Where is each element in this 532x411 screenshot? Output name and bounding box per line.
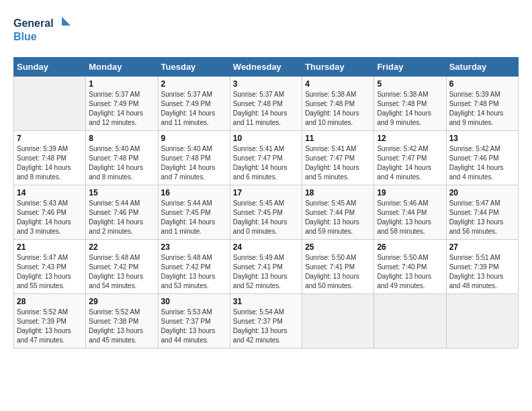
day-number: 6: [449, 79, 515, 89]
day-cell: 5Sunrise: 5:38 AMSunset: 7:48 PMDaylight…: [374, 77, 446, 131]
day-cell: 17Sunrise: 5:45 AMSunset: 7:45 PMDayligh…: [230, 185, 302, 240]
day-cell: 18Sunrise: 5:45 AMSunset: 7:44 PMDayligh…: [302, 185, 374, 240]
day-cell: [302, 294, 374, 349]
day-cell: 19Sunrise: 5:46 AMSunset: 7:44 PMDayligh…: [374, 185, 446, 240]
day-cell: 14Sunrise: 5:43 AMSunset: 7:46 PMDayligh…: [14, 185, 86, 240]
day-number: 22: [89, 242, 154, 252]
svg-text:Blue: Blue: [13, 31, 37, 42]
day-info: Sunrise: 5:48 AMSunset: 7:42 PMDaylight:…: [161, 253, 227, 291]
day-cell: 22Sunrise: 5:48 AMSunset: 7:42 PMDayligh…: [86, 240, 158, 294]
day-cell: 23Sunrise: 5:48 AMSunset: 7:42 PMDayligh…: [158, 240, 230, 294]
day-info: Sunrise: 5:54 AMSunset: 7:37 PMDaylight:…: [233, 308, 299, 345]
day-info: Sunrise: 5:39 AMSunset: 7:48 PMDaylight:…: [17, 144, 83, 182]
svg-marker-1: [62, 17, 71, 26]
day-info: Sunrise: 5:47 AMSunset: 7:43 PMDaylight:…: [17, 253, 83, 291]
day-cell: [374, 294, 446, 349]
day-info: Sunrise: 5:47 AMSunset: 7:44 PMDaylight:…: [449, 199, 515, 236]
day-cell: [14, 77, 86, 131]
header: General Blue: [13, 13, 519, 50]
day-info: Sunrise: 5:51 AMSunset: 7:39 PMDaylight:…: [449, 253, 515, 291]
day-info: Sunrise: 5:39 AMSunset: 7:48 PMDaylight:…: [449, 90, 515, 128]
day-number: 11: [305, 134, 371, 143]
day-number: 17: [233, 188, 299, 197]
day-info: Sunrise: 5:42 AMSunset: 7:46 PMDaylight:…: [449, 144, 515, 182]
day-number: 25: [305, 242, 371, 252]
day-header-tuesday: Tuesday: [158, 58, 230, 77]
day-info: Sunrise: 5:44 AMSunset: 7:45 PMDaylight:…: [161, 199, 227, 236]
day-cell: 13Sunrise: 5:42 AMSunset: 7:46 PMDayligh…: [446, 131, 518, 185]
day-info: Sunrise: 5:37 AMSunset: 7:49 PMDaylight:…: [89, 90, 154, 128]
day-cell: 15Sunrise: 5:44 AMSunset: 7:46 PMDayligh…: [86, 185, 158, 240]
day-cell: 11Sunrise: 5:41 AMSunset: 7:47 PMDayligh…: [302, 131, 374, 185]
day-number: 23: [161, 242, 227, 252]
day-number: 12: [377, 134, 443, 143]
day-number: 5: [377, 79, 443, 89]
day-info: Sunrise: 5:37 AMSunset: 7:48 PMDaylight:…: [233, 90, 299, 128]
day-cell: 4Sunrise: 5:38 AMSunset: 7:48 PMDaylight…: [302, 77, 374, 131]
day-cell: 6Sunrise: 5:39 AMSunset: 7:48 PMDaylight…: [446, 77, 518, 131]
day-number: 3: [233, 79, 299, 89]
day-number: 31: [233, 297, 299, 306]
day-number: 26: [377, 242, 443, 252]
day-info: Sunrise: 5:48 AMSunset: 7:42 PMDaylight:…: [89, 253, 154, 291]
logo: General Blue: [13, 13, 74, 50]
day-info: Sunrise: 5:46 AMSunset: 7:44 PMDaylight:…: [377, 199, 443, 236]
week-row-2: 7Sunrise: 5:39 AMSunset: 7:48 PMDaylight…: [14, 131, 519, 185]
day-info: Sunrise: 5:43 AMSunset: 7:46 PMDaylight:…: [17, 199, 83, 236]
day-number: 18: [305, 188, 371, 197]
day-cell: 24Sunrise: 5:49 AMSunset: 7:41 PMDayligh…: [230, 240, 302, 294]
day-info: Sunrise: 5:49 AMSunset: 7:41 PMDaylight:…: [233, 253, 299, 291]
day-number: 29: [89, 297, 154, 306]
day-cell: 26Sunrise: 5:50 AMSunset: 7:40 PMDayligh…: [374, 240, 446, 294]
week-row-5: 28Sunrise: 5:52 AMSunset: 7:39 PMDayligh…: [14, 294, 519, 349]
calendar-table: SundayMondayTuesdayWednesdayThursdayFrid…: [13, 57, 519, 349]
day-cell: 9Sunrise: 5:40 AMSunset: 7:48 PMDaylight…: [158, 131, 230, 185]
day-number: 24: [233, 242, 299, 252]
day-number: 28: [17, 297, 83, 306]
day-info: Sunrise: 5:53 AMSunset: 7:37 PMDaylight:…: [161, 308, 227, 345]
day-info: Sunrise: 5:37 AMSunset: 7:49 PMDaylight:…: [161, 90, 227, 128]
day-header-monday: Monday: [86, 58, 158, 77]
day-info: Sunrise: 5:45 AMSunset: 7:44 PMDaylight:…: [305, 199, 371, 236]
day-cell: 20Sunrise: 5:47 AMSunset: 7:44 PMDayligh…: [446, 185, 518, 240]
day-cell: 31Sunrise: 5:54 AMSunset: 7:37 PMDayligh…: [230, 294, 302, 349]
day-cell: 7Sunrise: 5:39 AMSunset: 7:48 PMDaylight…: [14, 131, 86, 185]
day-cell: 3Sunrise: 5:37 AMSunset: 7:48 PMDaylight…: [230, 77, 302, 131]
logo-svg: General Blue: [13, 13, 74, 50]
day-info: Sunrise: 5:42 AMSunset: 7:47 PMDaylight:…: [377, 144, 443, 182]
day-cell: 29Sunrise: 5:52 AMSunset: 7:38 PMDayligh…: [86, 294, 158, 349]
day-header-wednesday: Wednesday: [230, 58, 302, 77]
day-number: 9: [161, 134, 227, 143]
day-header-sunday: Sunday: [14, 58, 86, 77]
day-number: 1: [89, 79, 154, 89]
week-row-1: 1Sunrise: 5:37 AMSunset: 7:49 PMDaylight…: [14, 77, 519, 131]
day-number: 30: [161, 297, 227, 306]
day-number: 27: [449, 242, 515, 252]
day-info: Sunrise: 5:50 AMSunset: 7:40 PMDaylight:…: [377, 253, 443, 291]
day-number: 10: [233, 134, 299, 143]
day-info: Sunrise: 5:50 AMSunset: 7:41 PMDaylight:…: [305, 253, 371, 291]
day-number: 2: [161, 79, 227, 89]
day-info: Sunrise: 5:44 AMSunset: 7:46 PMDaylight:…: [89, 199, 154, 236]
day-cell: [446, 294, 518, 349]
day-info: Sunrise: 5:40 AMSunset: 7:48 PMDaylight:…: [89, 144, 154, 182]
day-info: Sunrise: 5:38 AMSunset: 7:48 PMDaylight:…: [305, 90, 371, 128]
day-number: 20: [449, 188, 515, 197]
day-cell: 25Sunrise: 5:50 AMSunset: 7:41 PMDayligh…: [302, 240, 374, 294]
day-info: Sunrise: 5:45 AMSunset: 7:45 PMDaylight:…: [233, 199, 299, 236]
day-number: 14: [17, 188, 83, 197]
day-number: 7: [17, 134, 83, 143]
day-number: 21: [17, 242, 83, 252]
day-cell: 28Sunrise: 5:52 AMSunset: 7:39 PMDayligh…: [14, 294, 86, 349]
day-cell: 1Sunrise: 5:37 AMSunset: 7:49 PMDaylight…: [86, 77, 158, 131]
day-number: 4: [305, 79, 371, 89]
day-header-thursday: Thursday: [302, 58, 374, 77]
svg-text:General: General: [13, 17, 54, 29]
day-number: 13: [449, 134, 515, 143]
day-info: Sunrise: 5:52 AMSunset: 7:38 PMDaylight:…: [89, 308, 154, 345]
day-number: 8: [89, 134, 154, 143]
day-info: Sunrise: 5:41 AMSunset: 7:47 PMDaylight:…: [305, 144, 371, 182]
day-cell: 8Sunrise: 5:40 AMSunset: 7:48 PMDaylight…: [86, 131, 158, 185]
header-row: SundayMondayTuesdayWednesdayThursdayFrid…: [14, 58, 519, 77]
day-cell: 27Sunrise: 5:51 AMSunset: 7:39 PMDayligh…: [446, 240, 518, 294]
